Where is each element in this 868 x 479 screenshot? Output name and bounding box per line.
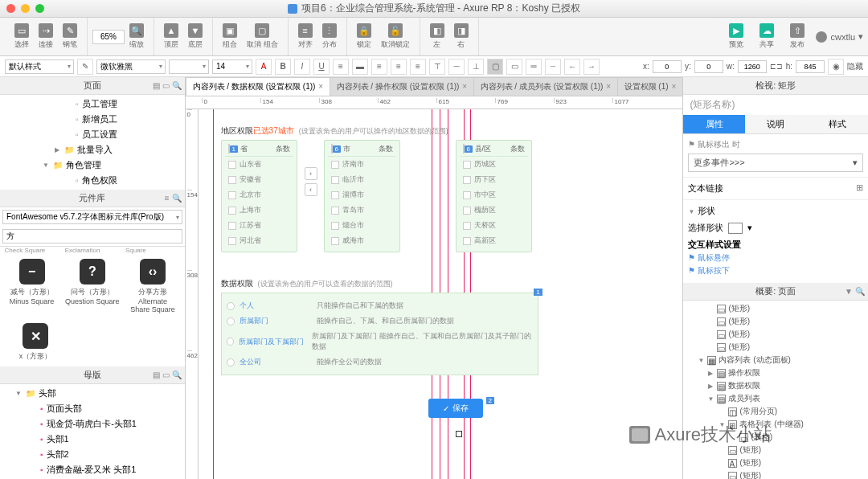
fill-color-icon[interactable]: ▬: [352, 59, 368, 75]
page-tree-item[interactable]: ▼📁角色管理: [0, 158, 185, 173]
connect-tool[interactable]: ⇢连接: [34, 22, 58, 51]
outline-item[interactable]: ◫(常用分页): [683, 405, 868, 418]
master-folder-icon[interactable]: ▭: [162, 371, 170, 379]
ungroup-btn[interactable]: ▢取消 组合: [242, 22, 283, 51]
hover-style-link[interactable]: ⚑ 鼠标悬停: [688, 252, 863, 264]
preview-btn[interactable]: ▶预览: [724, 22, 748, 51]
data-perm-card[interactable]: 1 个人只能操作自己和下属的数据所属部门能操作自己、下属、和自己所属部门的数据所…: [221, 293, 538, 375]
library-search-input[interactable]: [2, 229, 182, 244]
page-tree-item[interactable]: ▫员工设置: [0, 127, 185, 142]
perm-option[interactable]: 所属部门能操作自己、下属、和自己所属部门的数据: [227, 313, 533, 329]
master-tree-item[interactable]: ▪头部2: [0, 447, 185, 462]
select-tool[interactable]: ▭选择: [10, 22, 34, 51]
region-item[interactable]: 烟台市: [328, 218, 396, 233]
outline-item[interactable]: ▭(表格): [683, 431, 868, 444]
resize-handle[interactable]: [456, 431, 462, 437]
master-tree-item[interactable]: ▼📁头部: [0, 386, 185, 401]
add-page-icon[interactable]: ▤: [153, 81, 160, 90]
share-btn[interactable]: ☁共享: [755, 22, 779, 51]
bullets-btn[interactable]: ≡: [333, 59, 349, 75]
group-btn[interactable]: ▣组合: [218, 22, 242, 51]
region-item[interactable]: 高新区: [460, 233, 528, 248]
library-item[interactable]: −减号（方形）Minus Square: [5, 259, 59, 313]
align-center-text[interactable]: ≡: [391, 59, 407, 75]
region-item[interactable]: 历城区: [460, 157, 528, 172]
more-events-select[interactable]: 更多事件>>>▾: [688, 154, 863, 172]
user-menu[interactable]: cwxtlu ▾: [816, 31, 863, 43]
region-item[interactable]: 山东省: [225, 157, 293, 172]
arrow-end[interactable]: →: [583, 59, 600, 75]
search-icon[interactable]: 🔍: [172, 81, 182, 90]
press-style-link[interactable]: ⚑ 鼠标按下: [688, 265, 863, 276]
add-folder-icon[interactable]: ▭: [162, 81, 170, 90]
valign-bot[interactable]: ⊥: [468, 59, 484, 75]
outline-item[interactable]: ▭(矩形): [683, 328, 868, 341]
canvas[interactable]: 地区权限已选37城市(设置该角色的用户可以操作的地区数据的范围) 1 省条数山东…: [199, 109, 683, 479]
shape-picker[interactable]: [728, 223, 743, 234]
align-left-text[interactable]: ≡: [371, 59, 387, 75]
bold-btn[interactable]: B: [275, 59, 291, 75]
region-item[interactable]: 河北省: [225, 233, 293, 248]
fill-btn[interactable]: ▢: [487, 59, 503, 75]
valign-mid[interactable]: ─: [448, 59, 465, 75]
close-icon[interactable]: [6, 4, 15, 13]
region-item[interactable]: 江苏省: [225, 218, 293, 233]
align-right-text[interactable]: ≡: [410, 59, 426, 75]
arrow-start[interactable]: ←: [564, 59, 580, 75]
maximize-icon[interactable]: [35, 4, 44, 13]
lib-menu-icon[interactable]: ≡: [165, 194, 170, 203]
w-input[interactable]: [738, 60, 767, 73]
line-style[interactable]: ┄: [545, 59, 561, 75]
pen-tool[interactable]: ✎钢笔: [58, 22, 82, 51]
document-tab[interactable]: 设置权限 (1)×: [617, 77, 684, 96]
underline-btn[interactable]: U: [313, 59, 330, 75]
master-tree-item[interactable]: ▪头部1: [0, 432, 185, 447]
visibility-toggle[interactable]: ◉: [828, 59, 844, 75]
valign-top[interactable]: ⊤: [429, 59, 445, 75]
region-item[interactable]: 上海市: [225, 203, 293, 218]
lib-search-icon[interactable]: 🔍: [172, 194, 182, 203]
outline-item[interactable]: ▭(矩形): [683, 444, 868, 456]
outline-item[interactable]: ▼▦内容列表 (动态面板): [683, 354, 868, 366]
library-item[interactable]: ✕x（方形）: [8, 323, 63, 362]
library-item[interactable]: ‹›分享方形 AlternateShare Square: [125, 259, 180, 313]
region-item[interactable]: 历下区: [460, 172, 528, 187]
move-left-icon[interactable]: ‹: [305, 183, 317, 196]
publish-btn[interactable]: ⇧发布: [785, 22, 809, 51]
y-input[interactable]: [694, 60, 723, 73]
zoom-input[interactable]: [92, 30, 125, 44]
border-color[interactable]: ▭: [506, 59, 522, 75]
region-item[interactable]: 北京市: [225, 187, 293, 203]
document-tab[interactable]: 内容列表 / 成员列表 (设置权限 (1))×: [473, 77, 618, 96]
document-tab[interactable]: 内容列表 / 数据权限 (设置权限 (1))×: [186, 77, 330, 96]
region-item[interactable]: 市中区: [460, 187, 528, 203]
textlink-options-icon[interactable]: ⊞: [856, 182, 863, 193]
prop-tab[interactable]: 属性: [683, 115, 745, 133]
province-card[interactable]: 1 省条数山东省安徽省北京市上海市江苏省河北省: [221, 140, 297, 252]
note-tab[interactable]: 说明: [745, 115, 807, 133]
align-right[interactable]: ◨右: [449, 22, 473, 51]
x-input[interactable]: [653, 60, 682, 73]
library-item[interactable]: ?问号（方形）Question Square: [65, 259, 120, 313]
style-select[interactable]: 默认样式: [5, 59, 74, 74]
zoom-control[interactable]: [92, 30, 125, 44]
outline-item[interactable]: ▭(矩形): [683, 302, 868, 315]
style-tab[interactable]: 样式: [806, 115, 868, 133]
outline-search-icon[interactable]: 🔍: [855, 287, 865, 296]
document-tab[interactable]: 内容列表 / 操作权限 (设置权限 (1))×: [330, 77, 474, 96]
outline-item[interactable]: ▭(矩形): [683, 315, 868, 328]
filter-icon[interactable]: ▼: [845, 287, 853, 296]
outline-item[interactable]: ▶▤数据权限: [683, 379, 868, 392]
region-item[interactable]: 天桥区: [460, 218, 528, 233]
send-back[interactable]: ▼底层: [183, 22, 207, 51]
bring-front[interactable]: ▲顶层: [159, 22, 183, 51]
master-tree-item[interactable]: ▪页面头部: [0, 401, 185, 416]
outline-item[interactable]: ▶▤操作权限: [683, 366, 868, 379]
master-tree-item[interactable]: ▪消费金融-爱又米 头部1: [0, 462, 185, 477]
region-item[interactable]: 青岛市: [328, 203, 396, 218]
outline-item[interactable]: ▭(矩形): [683, 469, 868, 479]
font-color-icon[interactable]: A: [256, 59, 272, 75]
outline-item[interactable]: ▭(矩形): [683, 341, 868, 354]
close-tab-icon[interactable]: ×: [318, 82, 323, 91]
page-tree-item[interactable]: ▫员工管理: [0, 96, 185, 112]
